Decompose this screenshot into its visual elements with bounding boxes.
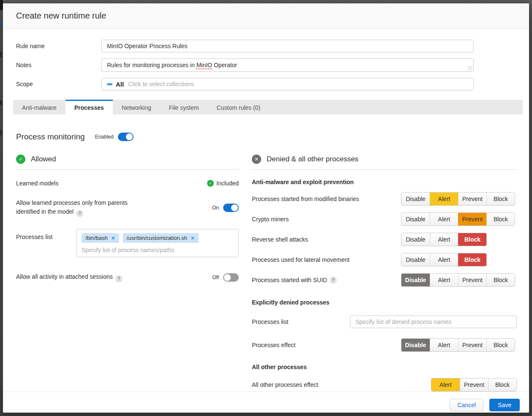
effect-disable-button[interactable]: Disable xyxy=(401,213,430,226)
effect-disable-button[interactable]: Disable xyxy=(401,233,430,246)
attached-sessions-state: Off xyxy=(212,273,239,282)
denied-processes-list-input[interactable] xyxy=(350,315,517,328)
process-monitoring-header: Process monitoring Enabled xyxy=(16,132,516,141)
all-other-effect-label: All other processes effect xyxy=(252,381,318,388)
backdrop-artifact xyxy=(0,23,3,25)
attached-sessions-label: Allow all activity in attached sessions? xyxy=(16,272,123,282)
backdrop-artifact xyxy=(0,101,2,105)
allowed-processes-list-label: Processes list xyxy=(16,229,76,241)
effect-alert-button[interactable]: Alert xyxy=(430,274,458,286)
allowed-processes-list-input[interactable]: /bin/bash ✕ /usr/bin/customization.sh ✕ … xyxy=(76,229,239,257)
parents-rule-state-label: On xyxy=(212,205,219,211)
scope-selected-collection: All xyxy=(116,81,124,88)
cancel-button[interactable]: Cancel xyxy=(450,399,483,411)
effect-block-button[interactable]: Block xyxy=(488,378,516,391)
parents-rule-toggle[interactable] xyxy=(223,204,239,212)
backdrop-artifact xyxy=(0,130,2,135)
tab-custom-rules[interactable]: Custom rules (0) xyxy=(208,100,269,114)
chip-remove-icon[interactable]: ✕ xyxy=(111,235,115,241)
effect-prevent-button[interactable]: Prevent xyxy=(458,339,486,351)
rule-name-input[interactable] xyxy=(101,40,474,52)
effect-block-button[interactable]: Block xyxy=(458,233,486,246)
effect-alert-button[interactable]: Alert xyxy=(430,213,458,226)
effect-button-group: Disable Alert Prevent Block xyxy=(401,212,517,226)
effect-row-label-text: Processes started with SUID xyxy=(252,277,327,283)
process-monitoring-toggle[interactable] xyxy=(118,133,134,141)
parents-rule-row: Allow learned processes only from parent… xyxy=(16,198,239,217)
tab-file-system[interactable]: File system xyxy=(160,100,208,114)
process-chip-text: /usr/bin/customization.sh xyxy=(127,235,187,241)
dialog-title: Create new runtime rule xyxy=(16,11,106,21)
backdrop-artifact xyxy=(0,0,3,10)
effect-block-button[interactable]: Block xyxy=(486,339,515,351)
tab-anti-malware[interactable]: Anti-malware xyxy=(13,100,65,114)
scope-collections-input[interactable]: All Click to select collections xyxy=(101,78,474,90)
notes-label: Notes xyxy=(16,62,101,68)
effect-prevent-button[interactable]: Prevent xyxy=(460,378,488,391)
create-runtime-rule-dialog: Create new runtime rule Rule name Notes … xyxy=(3,3,529,413)
anti-malware-subheader: Anti-malware and exploit prevention xyxy=(252,179,517,185)
effect-alert-button[interactable]: Alert xyxy=(430,253,458,266)
backdrop-artifact xyxy=(0,52,2,57)
toggle-knob xyxy=(224,274,231,281)
help-icon[interactable]: ? xyxy=(76,210,83,217)
tab-processes[interactable]: Processes xyxy=(65,100,113,114)
check-circle-icon: ✓ xyxy=(207,180,214,187)
dialog-header: Create new runtime rule xyxy=(3,3,529,29)
x-circle-icon: ✕ xyxy=(252,155,261,164)
effect-block-button[interactable]: Block xyxy=(486,193,515,205)
rule-form: Rule name Notes Rules for monitoring pro… xyxy=(3,29,529,91)
effect-row-modified-binaries: Processes started from modified binaries… xyxy=(252,192,517,206)
effect-disable-button[interactable]: Disable xyxy=(401,339,430,351)
effect-alert-button[interactable]: Alert xyxy=(431,378,460,391)
allowed-section-title: Allowed xyxy=(31,155,56,163)
notes-input[interactable]: Rules for monitoring processes in MinIO … xyxy=(101,58,474,72)
notes-text-misspelled: MinIO xyxy=(196,62,212,68)
process-monitoring-title: Process monitoring xyxy=(16,132,85,141)
effect-block-button[interactable]: Block xyxy=(486,213,515,226)
attached-sessions-row: Allow all activity in attached sessions?… xyxy=(16,272,239,282)
denied-column: ✕ Denied & all other processes Anti-malw… xyxy=(252,155,517,392)
chip-remove-icon[interactable]: ✕ xyxy=(191,235,195,241)
allowed-processes-list-row: Processes list /bin/bash ✕ /usr/bin/cust… xyxy=(16,229,239,257)
tab-networking[interactable]: Networking xyxy=(113,100,160,114)
effect-row-crypto-miners: Crypto miners Disable Alert Prevent Bloc… xyxy=(252,212,517,226)
learned-models-row: Learned models ✓ Included xyxy=(16,179,239,188)
effect-alert-button[interactable]: Alert xyxy=(430,193,458,205)
denied-processes-list-label: Processes list xyxy=(252,318,288,325)
effect-row-label: Processes started with SUID? xyxy=(252,277,337,284)
effect-alert-button[interactable]: Alert xyxy=(430,339,458,351)
allowed-processes-list-placeholder: Specify list of process names/paths xyxy=(82,247,233,253)
effect-block-button[interactable]: Block xyxy=(458,253,486,266)
dialog-footer: Cancel Save xyxy=(3,392,529,416)
allowed-column: ✓ Allowed Learned models ✓ Included Allo… xyxy=(16,155,239,392)
textarea-resize-handle[interactable] xyxy=(468,66,472,71)
save-button[interactable]: Save xyxy=(489,399,520,411)
effect-disable-button[interactable]: Disable xyxy=(401,193,430,205)
allowed-section-header: ✓ Allowed xyxy=(16,155,239,170)
rule-tabs: Anti-malware Processes Networking File s… xyxy=(13,100,523,114)
attached-sessions-label-text: Allow all activity in attached sessions xyxy=(16,273,113,280)
denied-processes-effect-label: Processes effect xyxy=(252,342,295,348)
effect-prevent-button[interactable]: Prevent xyxy=(458,274,486,286)
notes-text-part: Operator xyxy=(212,62,237,68)
attached-sessions-toggle[interactable] xyxy=(223,273,239,282)
help-icon[interactable]: ? xyxy=(115,275,123,283)
learned-models-status-text: Included xyxy=(216,180,239,187)
process-chips: /bin/bash ✕ /usr/bin/customization.sh ✕ xyxy=(82,233,233,243)
effect-disable-button[interactable]: Disable xyxy=(401,274,430,286)
effect-button-group: Disable Alert Block xyxy=(401,253,517,266)
effect-prevent-button[interactable]: Prevent xyxy=(458,213,486,226)
parents-rule-state: On xyxy=(212,204,239,212)
learned-models-status: ✓ Included xyxy=(207,180,239,187)
effect-alert-button[interactable]: Alert xyxy=(430,233,458,246)
effect-disable-button[interactable]: Disable xyxy=(401,253,430,266)
attached-sessions-state-label: Off xyxy=(212,275,219,280)
effect-button-group: Disable Alert Block xyxy=(401,233,517,246)
effect-block-button[interactable]: Block xyxy=(486,274,515,286)
effect-row-label: Reverse shell attacks xyxy=(252,236,308,243)
effect-prevent-button[interactable]: Prevent xyxy=(458,193,486,205)
help-icon[interactable]: ? xyxy=(330,277,337,284)
toggle-knob xyxy=(126,133,133,140)
collection-dash-icon xyxy=(107,83,112,85)
